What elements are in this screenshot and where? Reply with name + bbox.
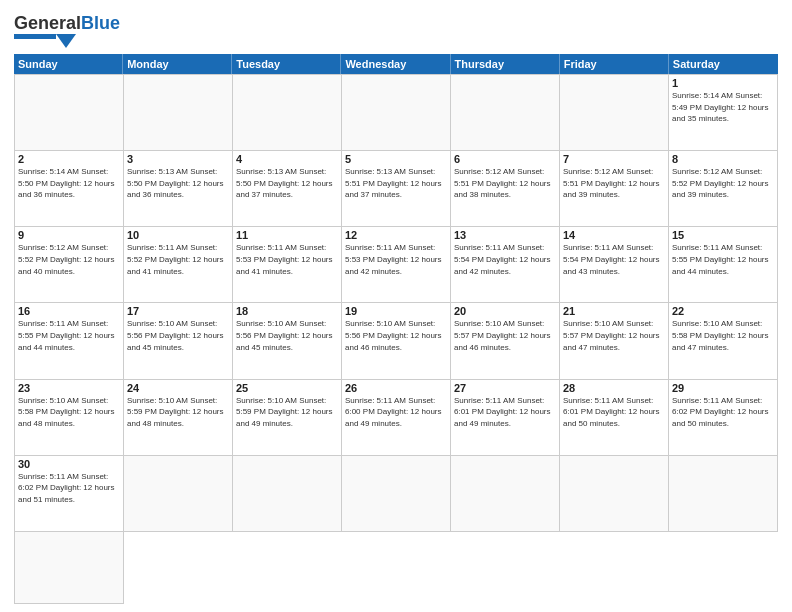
calendar-day-21: 21Sunrise: 5:10 AM Sunset: 5:57 PM Dayli… bbox=[560, 303, 669, 379]
sun-info: Sunrise: 5:11 AM Sunset: 5:53 PM Dayligh… bbox=[236, 242, 338, 277]
header: GeneralBlue bbox=[14, 10, 778, 48]
day-number: 21 bbox=[563, 305, 665, 317]
calendar-day-12: 12Sunrise: 5:11 AM Sunset: 5:53 PM Dayli… bbox=[342, 227, 451, 303]
day-number: 6 bbox=[454, 153, 556, 165]
sun-info: Sunrise: 5:10 AM Sunset: 5:56 PM Dayligh… bbox=[345, 318, 447, 353]
sun-info: Sunrise: 5:13 AM Sunset: 5:50 PM Dayligh… bbox=[127, 166, 229, 201]
calendar-day-30: 30Sunrise: 5:11 AM Sunset: 6:02 PM Dayli… bbox=[15, 456, 124, 532]
sun-info: Sunrise: 5:11 AM Sunset: 5:55 PM Dayligh… bbox=[672, 242, 774, 277]
sun-info: Sunrise: 5:11 AM Sunset: 5:54 PM Dayligh… bbox=[454, 242, 556, 277]
calendar-day-24: 24Sunrise: 5:10 AM Sunset: 5:59 PM Dayli… bbox=[124, 380, 233, 456]
calendar-day-14: 14Sunrise: 5:11 AM Sunset: 5:54 PM Dayli… bbox=[560, 227, 669, 303]
calendar-day-19: 19Sunrise: 5:10 AM Sunset: 5:56 PM Dayli… bbox=[342, 303, 451, 379]
day-number: 10 bbox=[127, 229, 229, 241]
day-number: 19 bbox=[345, 305, 447, 317]
day-number: 27 bbox=[454, 382, 556, 394]
day-number: 17 bbox=[127, 305, 229, 317]
logo-text: GeneralBlue bbox=[14, 14, 120, 32]
day-number: 3 bbox=[127, 153, 229, 165]
calendar-day-25: 25Sunrise: 5:10 AM Sunset: 5:59 PM Dayli… bbox=[233, 380, 342, 456]
sun-info: Sunrise: 5:12 AM Sunset: 5:52 PM Dayligh… bbox=[18, 242, 120, 277]
day-number: 28 bbox=[563, 382, 665, 394]
calendar-day-9: 9Sunrise: 5:12 AM Sunset: 5:52 PM Daylig… bbox=[15, 227, 124, 303]
day-number: 24 bbox=[127, 382, 229, 394]
logo-blue-text: Blue bbox=[81, 13, 120, 33]
day-number: 22 bbox=[672, 305, 774, 317]
sun-info: Sunrise: 5:12 AM Sunset: 5:51 PM Dayligh… bbox=[563, 166, 665, 201]
day-number: 7 bbox=[563, 153, 665, 165]
day-header-sunday: Sunday bbox=[14, 54, 123, 74]
day-header-saturday: Saturday bbox=[669, 54, 778, 74]
sun-info: Sunrise: 5:13 AM Sunset: 5:51 PM Dayligh… bbox=[345, 166, 447, 201]
calendar-day-empty bbox=[560, 456, 669, 532]
day-header-thursday: Thursday bbox=[451, 54, 560, 74]
page: GeneralBlue SundayMondayTuesdayWednesday… bbox=[0, 0, 792, 612]
sun-info: Sunrise: 5:10 AM Sunset: 5:59 PM Dayligh… bbox=[236, 395, 338, 430]
sun-info: Sunrise: 5:11 AM Sunset: 5:54 PM Dayligh… bbox=[563, 242, 665, 277]
sun-info: Sunrise: 5:10 AM Sunset: 5:58 PM Dayligh… bbox=[672, 318, 774, 353]
day-number: 1 bbox=[672, 77, 774, 89]
calendar-day-empty bbox=[233, 75, 342, 151]
calendar-day-5: 5Sunrise: 5:13 AM Sunset: 5:51 PM Daylig… bbox=[342, 151, 451, 227]
calendar-day-8: 8Sunrise: 5:12 AM Sunset: 5:52 PM Daylig… bbox=[669, 151, 778, 227]
calendar-day-11: 11Sunrise: 5:11 AM Sunset: 5:53 PM Dayli… bbox=[233, 227, 342, 303]
day-number: 8 bbox=[672, 153, 774, 165]
sun-info: Sunrise: 5:14 AM Sunset: 5:49 PM Dayligh… bbox=[672, 90, 774, 125]
calendar-day-empty bbox=[124, 75, 233, 151]
calendar-day-29: 29Sunrise: 5:11 AM Sunset: 6:02 PM Dayli… bbox=[669, 380, 778, 456]
sun-info: Sunrise: 5:12 AM Sunset: 5:52 PM Dayligh… bbox=[672, 166, 774, 201]
sun-info: Sunrise: 5:11 AM Sunset: 5:55 PM Dayligh… bbox=[18, 318, 120, 353]
day-header-friday: Friday bbox=[560, 54, 669, 74]
calendar-day-7: 7Sunrise: 5:12 AM Sunset: 5:51 PM Daylig… bbox=[560, 151, 669, 227]
calendar-day-3: 3Sunrise: 5:13 AM Sunset: 5:50 PM Daylig… bbox=[124, 151, 233, 227]
calendar-day-20: 20Sunrise: 5:10 AM Sunset: 5:57 PM Dayli… bbox=[451, 303, 560, 379]
sun-info: Sunrise: 5:11 AM Sunset: 5:52 PM Dayligh… bbox=[127, 242, 229, 277]
sun-info: Sunrise: 5:13 AM Sunset: 5:50 PM Dayligh… bbox=[236, 166, 338, 201]
calendar-day-empty bbox=[15, 532, 124, 604]
calendar-day-empty bbox=[451, 456, 560, 532]
sun-info: Sunrise: 5:10 AM Sunset: 5:57 PM Dayligh… bbox=[454, 318, 556, 353]
calendar-day-23: 23Sunrise: 5:10 AM Sunset: 5:58 PM Dayli… bbox=[15, 380, 124, 456]
day-number: 4 bbox=[236, 153, 338, 165]
sun-info: Sunrise: 5:10 AM Sunset: 5:56 PM Dayligh… bbox=[127, 318, 229, 353]
calendar-day-26: 26Sunrise: 5:11 AM Sunset: 6:00 PM Dayli… bbox=[342, 380, 451, 456]
calendar-day-4: 4Sunrise: 5:13 AM Sunset: 5:50 PM Daylig… bbox=[233, 151, 342, 227]
calendar-day-27: 27Sunrise: 5:11 AM Sunset: 6:01 PM Dayli… bbox=[451, 380, 560, 456]
sun-info: Sunrise: 5:12 AM Sunset: 5:51 PM Dayligh… bbox=[454, 166, 556, 201]
logo: GeneralBlue bbox=[14, 14, 120, 48]
sun-info: Sunrise: 5:10 AM Sunset: 5:56 PM Dayligh… bbox=[236, 318, 338, 353]
day-number: 5 bbox=[345, 153, 447, 165]
day-number: 9 bbox=[18, 229, 120, 241]
calendar: SundayMondayTuesdayWednesdayThursdayFrid… bbox=[14, 54, 778, 604]
calendar-grid: 1Sunrise: 5:14 AM Sunset: 5:49 PM Daylig… bbox=[14, 74, 778, 604]
calendar-day-13: 13Sunrise: 5:11 AM Sunset: 5:54 PM Dayli… bbox=[451, 227, 560, 303]
day-number: 26 bbox=[345, 382, 447, 394]
day-number: 15 bbox=[672, 229, 774, 241]
calendar-day-empty bbox=[124, 456, 233, 532]
calendar-day-empty bbox=[342, 75, 451, 151]
calendar-day-1: 1Sunrise: 5:14 AM Sunset: 5:49 PM Daylig… bbox=[669, 75, 778, 151]
day-number: 2 bbox=[18, 153, 120, 165]
calendar-day-empty bbox=[233, 456, 342, 532]
sun-info: Sunrise: 5:11 AM Sunset: 6:02 PM Dayligh… bbox=[672, 395, 774, 430]
calendar-day-10: 10Sunrise: 5:11 AM Sunset: 5:52 PM Dayli… bbox=[124, 227, 233, 303]
day-number: 29 bbox=[672, 382, 774, 394]
calendar-day-empty bbox=[560, 75, 669, 151]
day-header-wednesday: Wednesday bbox=[341, 54, 450, 74]
calendar-day-2: 2Sunrise: 5:14 AM Sunset: 5:50 PM Daylig… bbox=[15, 151, 124, 227]
calendar-day-16: 16Sunrise: 5:11 AM Sunset: 5:55 PM Dayli… bbox=[15, 303, 124, 379]
calendar-day-empty bbox=[451, 75, 560, 151]
day-number: 30 bbox=[18, 458, 120, 470]
calendar-day-22: 22Sunrise: 5:10 AM Sunset: 5:58 PM Dayli… bbox=[669, 303, 778, 379]
sun-info: Sunrise: 5:11 AM Sunset: 6:01 PM Dayligh… bbox=[563, 395, 665, 430]
day-number: 12 bbox=[345, 229, 447, 241]
day-header-tuesday: Tuesday bbox=[232, 54, 341, 74]
sun-info: Sunrise: 5:10 AM Sunset: 5:57 PM Dayligh… bbox=[563, 318, 665, 353]
day-number: 14 bbox=[563, 229, 665, 241]
calendar-day-18: 18Sunrise: 5:10 AM Sunset: 5:56 PM Dayli… bbox=[233, 303, 342, 379]
calendar-day-6: 6Sunrise: 5:12 AM Sunset: 5:51 PM Daylig… bbox=[451, 151, 560, 227]
sun-info: Sunrise: 5:10 AM Sunset: 5:58 PM Dayligh… bbox=[18, 395, 120, 430]
sun-info: Sunrise: 5:11 AM Sunset: 6:00 PM Dayligh… bbox=[345, 395, 447, 430]
day-number: 13 bbox=[454, 229, 556, 241]
calendar-day-empty bbox=[669, 456, 778, 532]
